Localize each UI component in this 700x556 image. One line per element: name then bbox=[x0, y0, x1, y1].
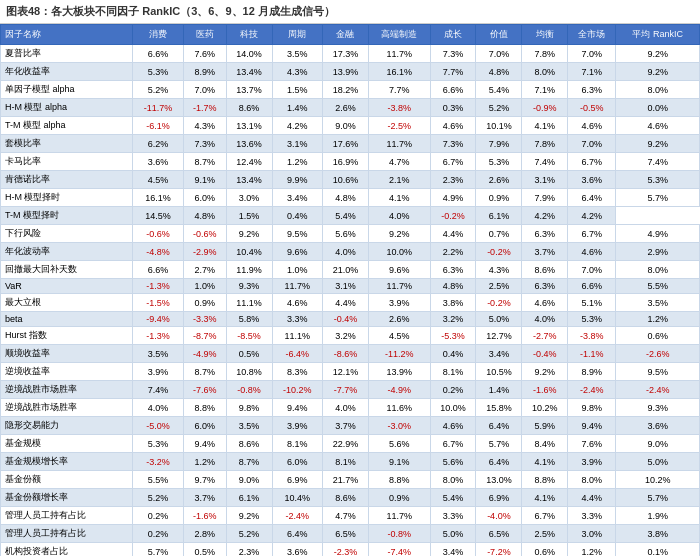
cell-3-0: H-M 模型 alpha bbox=[1, 99, 133, 117]
cell-26-7: 3.3% bbox=[430, 507, 476, 525]
table-row: 年化收益率5.3%8.9%13.4%4.3%13.9%16.1%7.7%4.8%… bbox=[1, 63, 700, 81]
cell-5-0: 套模比率 bbox=[1, 135, 133, 153]
cell-8-11: 5.7% bbox=[616, 189, 700, 207]
cell-21-9: 5.9% bbox=[522, 417, 568, 435]
table-row: 套模比率6.2%7.3%13.6%3.1%17.6%11.7%7.3%7.9%7… bbox=[1, 135, 700, 153]
cell-5-5: 17.6% bbox=[322, 135, 368, 153]
cell-6-1: 3.6% bbox=[133, 153, 183, 171]
cell-24-9: 8.8% bbox=[522, 471, 568, 489]
cell-10-3: 9.2% bbox=[226, 225, 272, 243]
cell-25-8: 6.9% bbox=[476, 489, 522, 507]
cell-5-6: 11.7% bbox=[368, 135, 430, 153]
cell-26-11: 1.9% bbox=[616, 507, 700, 525]
header-cell-7: 成长 bbox=[430, 25, 476, 45]
cell-3-4: 1.4% bbox=[272, 99, 322, 117]
cell-20-4: 9.4% bbox=[272, 399, 322, 417]
cell-11-2: -2.9% bbox=[183, 243, 226, 261]
cell-28-6: -7.4% bbox=[368, 543, 430, 557]
cell-14-6: 3.9% bbox=[368, 294, 430, 312]
header-cell-11: 平均 RankIC bbox=[616, 25, 700, 45]
cell-2-1: 5.2% bbox=[133, 81, 183, 99]
cell-20-11: 9.3% bbox=[616, 399, 700, 417]
cell-13-6: 11.7% bbox=[368, 279, 430, 294]
cell-27-0: 管理人员工持有占比 bbox=[1, 525, 133, 543]
cell-2-2: 7.0% bbox=[183, 81, 226, 99]
cell-24-11: 10.2% bbox=[616, 471, 700, 489]
cell-19-10: -2.4% bbox=[568, 381, 616, 399]
cell-8-3: 3.0% bbox=[226, 189, 272, 207]
cell-8-0: H-M 模型择时 bbox=[1, 189, 133, 207]
cell-28-5: -2.3% bbox=[322, 543, 368, 557]
cell-0-10: 7.0% bbox=[568, 45, 616, 63]
cell-8-4: 3.4% bbox=[272, 189, 322, 207]
cell-4-10: 4.6% bbox=[568, 117, 616, 135]
cell-23-9: 4.1% bbox=[522, 453, 568, 471]
cell-0-6: 11.7% bbox=[368, 45, 430, 63]
cell-3-2: -1.7% bbox=[183, 99, 226, 117]
cell-7-0: 肯德诺比率 bbox=[1, 171, 133, 189]
table-row: 单因子模型 alpha5.2%7.0%13.7%1.5%18.2%7.7%6.6… bbox=[1, 81, 700, 99]
cell-28-1: 5.7% bbox=[133, 543, 183, 557]
cell-18-2: 8.7% bbox=[183, 363, 226, 381]
cell-12-6: 9.6% bbox=[368, 261, 430, 279]
cell-20-2: 8.8% bbox=[183, 399, 226, 417]
cell-8-9: 7.9% bbox=[522, 189, 568, 207]
cell-2-10: 6.3% bbox=[568, 81, 616, 99]
cell-21-3: 3.5% bbox=[226, 417, 272, 435]
cell-9-1: 14.5% bbox=[133, 207, 183, 225]
cell-7-8: 2.6% bbox=[476, 171, 522, 189]
cell-6-5: 16.9% bbox=[322, 153, 368, 171]
cell-12-8: 4.3% bbox=[476, 261, 522, 279]
cell-5-11: 9.2% bbox=[616, 135, 700, 153]
cell-11-6: 10.0% bbox=[368, 243, 430, 261]
cell-19-0: 逆境战胜市场胜率 bbox=[1, 381, 133, 399]
cell-17-10: -1.1% bbox=[568, 345, 616, 363]
cell-9-10: 4.2% bbox=[568, 207, 616, 225]
cell-13-0: VaR bbox=[1, 279, 133, 294]
cell-22-2: 9.4% bbox=[183, 435, 226, 453]
cell-4-3: 13.1% bbox=[226, 117, 272, 135]
table-row: 管理人员工持有占比0.2%-1.6%9.2%-2.4%4.7%11.7%3.3%… bbox=[1, 507, 700, 525]
cell-26-5: 4.7% bbox=[322, 507, 368, 525]
cell-7-6: 2.1% bbox=[368, 171, 430, 189]
cell-20-0: 逆境战胜市场胜率 bbox=[1, 399, 133, 417]
cell-22-7: 6.7% bbox=[430, 435, 476, 453]
cell-11-5: 4.0% bbox=[322, 243, 368, 261]
cell-25-7: 5.4% bbox=[430, 489, 476, 507]
cell-10-5: 5.6% bbox=[322, 225, 368, 243]
cell-4-11: 4.6% bbox=[616, 117, 700, 135]
cell-4-2: 4.3% bbox=[183, 117, 226, 135]
cell-5-3: 13.6% bbox=[226, 135, 272, 153]
cell-22-6: 5.6% bbox=[368, 435, 430, 453]
table-row: 逆境战胜市场胜率7.4%-7.6%-0.8%-10.2%-7.7%-4.9%0.… bbox=[1, 381, 700, 399]
cell-8-5: 4.8% bbox=[322, 189, 368, 207]
cell-1-1: 5.3% bbox=[133, 63, 183, 81]
cell-20-1: 4.0% bbox=[133, 399, 183, 417]
table-row: 卡马比率3.6%8.7%12.4%1.2%16.9%4.7%6.7%5.3%7.… bbox=[1, 153, 700, 171]
cell-18-3: 10.8% bbox=[226, 363, 272, 381]
header-cell-5: 金融 bbox=[322, 25, 368, 45]
cell-18-4: 8.3% bbox=[272, 363, 322, 381]
cell-11-10: 4.6% bbox=[568, 243, 616, 261]
cell-21-11: 3.6% bbox=[616, 417, 700, 435]
cell-28-10: 1.2% bbox=[568, 543, 616, 557]
cell-28-0: 机构投资者占比 bbox=[1, 543, 133, 557]
cell-8-10: 6.4% bbox=[568, 189, 616, 207]
cell-21-7: 4.6% bbox=[430, 417, 476, 435]
cell-15-6: 2.6% bbox=[368, 312, 430, 327]
cell-8-6: 4.1% bbox=[368, 189, 430, 207]
table-row: 年化波动率-4.8%-2.9%10.4%9.6%4.0%10.0%2.2%-0.… bbox=[1, 243, 700, 261]
cell-7-9: 3.1% bbox=[522, 171, 568, 189]
cell-16-6: 4.5% bbox=[368, 327, 430, 345]
cell-22-9: 8.4% bbox=[522, 435, 568, 453]
data-table: 因子名称消费医药科技周期金融高端制造成长价值均衡全市场平均 RankIC 夏普比… bbox=[0, 24, 700, 556]
cell-3-6: -3.8% bbox=[368, 99, 430, 117]
cell-11-4: 9.6% bbox=[272, 243, 322, 261]
cell-18-11: 9.5% bbox=[616, 363, 700, 381]
cell-19-6: -4.9% bbox=[368, 381, 430, 399]
cell-19-2: -7.6% bbox=[183, 381, 226, 399]
cell-11-8: -0.2% bbox=[476, 243, 522, 261]
cell-1-0: 年化收益率 bbox=[1, 63, 133, 81]
cell-24-4: 6.9% bbox=[272, 471, 322, 489]
cell-23-7: 5.6% bbox=[430, 453, 476, 471]
